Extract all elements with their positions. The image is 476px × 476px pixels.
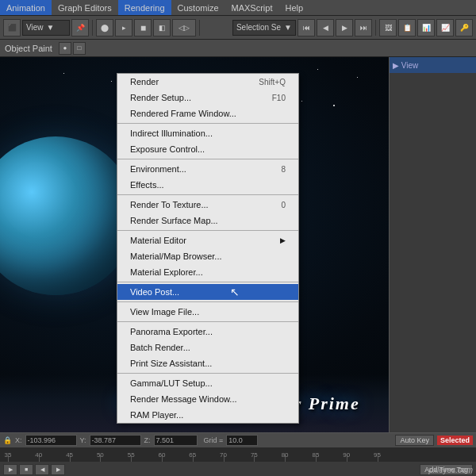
ruler-label: 90 xyxy=(343,451,350,459)
coord-bar: 🔒 X: Y: Z: Grid = Auto Key Selected xyxy=(0,433,476,447)
toolbar-btn-1[interactable]: ⬛ xyxy=(3,19,21,36)
ruler-label: 50 xyxy=(97,451,104,459)
toolbar-nav-1[interactable]: ⏮ xyxy=(298,19,315,36)
tl-stop-btn[interactable]: ■ xyxy=(19,464,33,475)
menu-item-render[interactable]: RenderShift+Q xyxy=(117,74,298,90)
menu-graph-editors[interactable]: Graph Editors xyxy=(52,0,118,15)
toolbar-btn-6[interactable]: ◧ xyxy=(153,19,171,36)
timeline-controls: ▶ ■ ◀ ▶ Add Time Tag xyxy=(0,462,476,476)
toolbar-sep-1 xyxy=(92,20,93,36)
menu-separator-sep5 xyxy=(117,282,298,282)
toolbar-nav-4[interactable]: ⏭ xyxy=(355,19,372,36)
menu-animation[interactable]: Animation xyxy=(0,0,52,15)
grid-label: Grid = xyxy=(204,436,224,444)
menu-separator-sep4 xyxy=(117,230,298,231)
toolbar-btn-img2[interactable]: 📋 xyxy=(398,19,416,36)
menu-maxscript[interactable]: MAXScript xyxy=(225,0,279,15)
tl-play-btn[interactable]: ▶ xyxy=(3,464,17,475)
ruler-label: 60 xyxy=(159,451,166,459)
toolbar-sep-3 xyxy=(375,20,376,36)
ruler-label: 80 xyxy=(282,451,289,459)
ruler-label: 65 xyxy=(189,451,196,459)
menu-rendering[interactable]: Rendering xyxy=(118,0,171,15)
coord-y-input[interactable] xyxy=(90,435,141,446)
menu-separator-sep7 xyxy=(117,321,298,322)
menu-separator-sep8 xyxy=(117,373,298,374)
toolbar-btn-3[interactable]: ⬤ xyxy=(96,19,113,36)
timeline-ruler: 35404550556065707580859095 xyxy=(0,447,476,462)
toolbar-btn-7[interactable]: ◁▷ xyxy=(172,19,196,36)
toolbar-btn-img4[interactable]: 📈 xyxy=(436,19,454,36)
menu-customize[interactable]: Customize xyxy=(171,0,225,15)
right-panel-header: ▶ View xyxy=(390,57,476,73)
toolbar-sep-2 xyxy=(199,20,200,36)
menu-item-render-to-texture[interactable]: Render To Texture...0 xyxy=(117,197,298,213)
grid-value-input[interactable] xyxy=(226,435,258,446)
toolbar: ⬛ View ▼ 📌 ⬤ ▸ ◼ ◧ ◁▷ Selection Se ▼ ⏮ ◀… xyxy=(0,16,476,40)
coord-z-input[interactable] xyxy=(154,435,198,446)
tl-prev-btn[interactable]: ◀ xyxy=(35,464,49,475)
timeline: 🔒 X: Y: Z: Grid = Auto Key Selected 3540… xyxy=(0,432,476,476)
menu-item-material-explorer[interactable]: Material Explorer... xyxy=(117,264,298,280)
paint-icon-2[interactable]: □ xyxy=(73,42,86,55)
menu-item-rendered-frame-window[interactable]: Rendered Frame Window... xyxy=(117,106,298,121)
toolbar-nav-3[interactable]: ▶ xyxy=(336,19,353,36)
selected-badge: Selected xyxy=(437,436,473,445)
menu-item-render-surface-map[interactable]: Render Surface Map... xyxy=(117,213,298,228)
toolbar-btn-img1[interactable]: 🖼 xyxy=(379,19,397,36)
object-paint-label: Object Paint xyxy=(5,44,52,53)
right-panel: ▶ View xyxy=(389,57,476,438)
menu-item-exposure-control[interactable]: Exposure Control... xyxy=(117,141,298,157)
view-dropdown[interactable]: View ▼ xyxy=(22,20,70,36)
toolbar-btn-4[interactable]: ▸ xyxy=(115,19,132,36)
ruler-label: 40 xyxy=(35,451,42,459)
menu-item-environment[interactable]: Environment...8 xyxy=(117,161,298,177)
menu-item-indirect-illumination[interactable]: Indirect Illumination... xyxy=(117,125,298,141)
coord-x-label: X: xyxy=(15,436,22,444)
auto-key-button[interactable]: Auto Key xyxy=(395,435,434,446)
menu-item-batch-render[interactable]: Batch Render... xyxy=(117,340,298,355)
menu-item-render-setup[interactable]: Render Setup...F10 xyxy=(117,90,298,106)
ruler-label: 70 xyxy=(220,451,227,459)
toolbar-btn-img3[interactable]: 📊 xyxy=(417,19,435,36)
menu-item-material-editor[interactable]: Material Editor▶ xyxy=(117,232,298,248)
toolbar-btn-5[interactable]: ◼ xyxy=(134,19,152,36)
tl-next-btn[interactable]: ▶ xyxy=(51,464,65,475)
toolbar-nav-2[interactable]: ◀ xyxy=(317,19,334,36)
toolbar-btn-img5[interactable]: 🔑 xyxy=(455,19,473,36)
menu-item-print-size-assistant[interactable]: Print Size Assistant... xyxy=(117,355,298,371)
coord-z-label: Z: xyxy=(144,436,151,444)
menu-item-gamma-lut-setup[interactable]: Gamma/LUT Setup... xyxy=(117,375,298,391)
ruler-label: 75 xyxy=(251,451,258,459)
toolbar-btn-2[interactable]: 📌 xyxy=(71,19,89,36)
menu-item-material-map-browser[interactable]: Material/Map Browser... xyxy=(117,248,298,264)
ruler-label: 45 xyxy=(66,451,73,459)
ruler-label: 55 xyxy=(128,451,135,459)
menu-help[interactable]: Help xyxy=(279,0,310,15)
menu-bar: Animation Graph Editors Rendering Custom… xyxy=(0,0,476,16)
menu-item-ram-player[interactable]: RAM Player... xyxy=(117,407,298,423)
rendering-dropdown-menu: RenderShift+QRender Setup...F10Rendered … xyxy=(117,73,299,424)
watermark: pxleyes.com xyxy=(428,466,473,474)
lock-area: 🔒 xyxy=(3,436,12,444)
paint-icon-1[interactable]: ● xyxy=(59,42,71,55)
menu-separator-sep3 xyxy=(117,194,298,195)
menu-separator-sep1 xyxy=(117,123,298,124)
menu-separator-sep6 xyxy=(117,301,298,302)
object-paint-bar: Object Paint ● □ xyxy=(0,40,476,57)
selection-dropdown[interactable]: Selection Se ▼ xyxy=(232,20,296,36)
menu-separator-sep2 xyxy=(117,159,298,159)
main-area: The Planet Of Zentar Prime ▶ View Render… xyxy=(0,57,476,438)
ruler-label: 35 xyxy=(5,451,12,459)
lock-icon: 🔒 xyxy=(3,436,12,444)
menu-item-render-message-window[interactable]: Render Message Window... xyxy=(117,391,298,407)
menu-item-effects[interactable]: Effects... xyxy=(117,177,298,193)
menu-item-view-image-file[interactable]: View Image File... xyxy=(117,304,298,320)
menu-item-panorama-exporter[interactable]: Panorama Exporter... xyxy=(117,324,298,340)
coord-x-input[interactable] xyxy=(25,435,77,446)
ruler-label: 95 xyxy=(374,451,381,459)
coord-y-label: Y: xyxy=(80,436,86,444)
menu-item-video-post[interactable]: Video Post... xyxy=(117,284,298,300)
ruler-label: 85 xyxy=(312,451,319,459)
